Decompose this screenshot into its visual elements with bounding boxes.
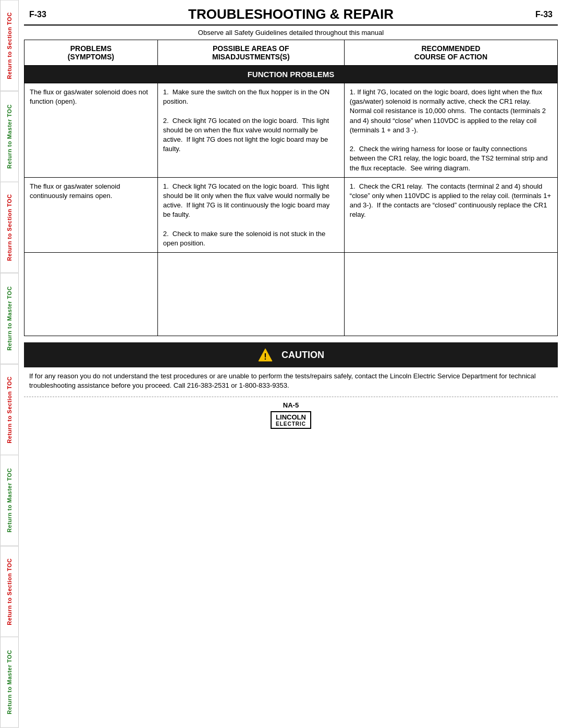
page-number-left: F-33 bbox=[29, 10, 46, 19]
lincoln-name: LINCOLN bbox=[276, 413, 306, 421]
footer-page-number: NA-5 bbox=[28, 401, 554, 409]
sidebar-section-toc-3[interactable]: Return to Section TOC bbox=[0, 364, 19, 455]
page-footer: NA-5 LINCOLN ELECTRIC bbox=[24, 397, 558, 433]
sidebar-master-toc-2[interactable]: Return to Master TOC bbox=[0, 273, 19, 364]
svg-text:!: ! bbox=[264, 352, 266, 361]
possible-1: 1. Make sure the switch on the flux hopp… bbox=[157, 83, 344, 178]
table-row: The flux or gas/water solenoid continuou… bbox=[25, 177, 558, 252]
caution-bar: ! CAUTION bbox=[24, 342, 558, 367]
col-header-problems: PROBLEMS(SYMPTOMS) bbox=[25, 40, 158, 66]
page-header: F-33 TROUBLESHOOTING & REPAIR F-33 bbox=[24, 0, 558, 26]
col-header-possible: POSSIBLE AREAS OFMISADJUSTMENTS(S) bbox=[157, 40, 344, 66]
lincoln-electric: ELECTRIC bbox=[276, 421, 306, 427]
sidebar-section-toc-2[interactable]: Return to Section TOC bbox=[0, 182, 19, 273]
sidebar-master-toc-1[interactable]: Return to Master TOC bbox=[0, 91, 19, 182]
sidebar-master-toc-3[interactable]: Return to Master TOC bbox=[0, 455, 19, 546]
sidebar: Return to Section TOC Return to Master T… bbox=[0, 0, 19, 728]
function-problems-header: FUNCTION PROBLEMS bbox=[25, 66, 558, 83]
page-number-right: F-33 bbox=[535, 10, 553, 19]
sidebar-master-toc-4[interactable]: Return to Master TOC bbox=[0, 637, 19, 728]
sidebar-section-toc-1[interactable]: Return to Section TOC bbox=[0, 0, 19, 91]
recommended-1: 1. If light 7G, located on the logic boa… bbox=[344, 83, 557, 178]
table-row-empty bbox=[25, 253, 558, 336]
page-title: TROUBLESHOOTING & REPAIR bbox=[46, 6, 535, 22]
table-row: The flux or gas/water solenoid does not … bbox=[25, 83, 558, 178]
possible-2: 1. Check light 7G located on the logic b… bbox=[157, 177, 344, 252]
caution-triangle-icon: ! bbox=[258, 348, 273, 362]
lincoln-logo: LINCOLN ELECTRIC bbox=[271, 411, 311, 429]
subtitle: Observe all Safety Guidelines detailed t… bbox=[24, 26, 558, 40]
caution-label: CAUTION bbox=[282, 350, 324, 361]
recommended-2: 1. Check the CR1 relay. The contacts (te… bbox=[344, 177, 557, 252]
sidebar-section-toc-4[interactable]: Return to Section TOC bbox=[0, 546, 19, 637]
caution-text: If for any reason you do not understand … bbox=[24, 372, 558, 394]
main-table: PROBLEMS(SYMPTOMS) POSSIBLE AREAS OFMISA… bbox=[24, 40, 558, 336]
main-content: F-33 TROUBLESHOOTING & REPAIR F-33 Obser… bbox=[19, 0, 563, 728]
problem-1: The flux or gas/water solenoid does not … bbox=[25, 83, 158, 178]
warning-triangle-icon: ! bbox=[258, 348, 273, 362]
col-header-recommended: RECOMMENDEDCOURSE OF ACTION bbox=[344, 40, 557, 66]
problem-2: The flux or gas/water solenoid continuou… bbox=[25, 177, 158, 252]
